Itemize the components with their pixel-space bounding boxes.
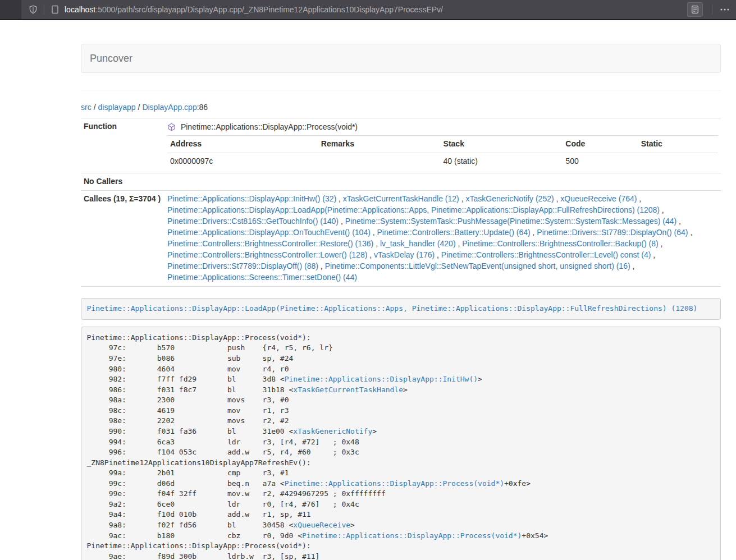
detail-header-row: Address Remarks Stack Code Static xyxy=(167,136,718,153)
callee-link[interactable]: Pinetime::Components::LittleVgl::SetNewT… xyxy=(325,261,630,270)
callee-separator: , xyxy=(531,228,537,237)
callee-separator: , xyxy=(688,228,693,237)
breadcrumb-line-number: :86 xyxy=(197,103,208,112)
col-remarks: Remarks xyxy=(318,136,441,153)
divider xyxy=(81,90,721,90)
reader-mode-button[interactable] xyxy=(687,2,703,17)
value-code: 500 xyxy=(563,153,638,169)
callee-link[interactable]: lv_task_handler (420) xyxy=(380,239,456,248)
callee-link[interactable]: Pinetime::Drivers::Cst816S::GetTouchInfo… xyxy=(167,217,339,226)
breadcrumb-separator: / xyxy=(138,103,140,112)
app-brand[interactable]: Puncover xyxy=(81,53,141,64)
loadapp-snippet: Pinetime::Applications::DisplayApp::Load… xyxy=(81,298,721,320)
toolbar-divider-2 xyxy=(712,4,712,15)
callee-separator: , xyxy=(339,217,345,226)
page-icon xyxy=(49,3,61,16)
callees-list: Pinetime::Applications::DisplayApp::Init… xyxy=(164,190,721,286)
callee-link[interactable]: Pinetime::Controllers::Battery::Update()… xyxy=(377,228,531,237)
callee-link[interactable]: Pinetime::System::SystemTask::PushMessag… xyxy=(345,217,677,226)
callee-link[interactable]: Pinetime::Controllers::BrightnessControl… xyxy=(462,239,658,248)
callees-label: Callees (19, Σ=3704 ) xyxy=(81,190,164,286)
callee-link[interactable]: Pinetime::Applications::DisplayApp::Init… xyxy=(167,194,336,203)
callee-separator: , xyxy=(456,239,463,248)
callee-separator: , xyxy=(630,261,635,270)
disasm-symbol-link[interactable]: Pinetime::Applications::DisplayApp::Proc… xyxy=(285,479,504,488)
callee-separator: , xyxy=(435,250,441,259)
detail-value-row: 0x0000097c 40 (static) 500 xyxy=(167,153,718,169)
function-name-line: Pinetime::Applications::DisplayApp::Proc… xyxy=(167,121,718,132)
callee-link[interactable]: Pinetime::Applications::Screens::Timer::… xyxy=(167,273,357,282)
callee-separator: , xyxy=(651,250,655,259)
callee-separator: , xyxy=(676,217,681,226)
col-stack: Stack xyxy=(441,136,563,153)
more-menu-icon[interactable] xyxy=(717,3,733,16)
value-static xyxy=(638,153,718,169)
callee-separator: , xyxy=(659,239,663,248)
function-cell: Pinetime::Applications::DisplayApp::Proc… xyxy=(164,118,721,173)
breadcrumb-link-file[interactable]: DisplayApp.cpp xyxy=(142,103,196,112)
callee-link[interactable]: Pinetime::Controllers::BrightnessControl… xyxy=(167,239,373,248)
no-callers-label: No Callers xyxy=(81,173,164,190)
disasm-symbol-link[interactable]: Pinetime::Applications::DisplayApp::Init… xyxy=(285,375,478,383)
no-callers-cell xyxy=(164,173,721,190)
callee-link[interactable]: xTaskGenericNotify (252) xyxy=(465,194,554,203)
function-detail-table: Address Remarks Stack Code Static 0x0000… xyxy=(167,135,718,170)
url-text[interactable]: localhost:5000/path/src/displayapp/Displ… xyxy=(65,5,687,14)
value-stack: 40 (static) xyxy=(441,153,563,169)
no-callers-row: No Callers xyxy=(81,173,721,190)
loadapp-link[interactable]: Pinetime::Applications::DisplayApp::Load… xyxy=(87,304,698,313)
disasm-symbol-link[interactable]: xTaskGenericNotify xyxy=(293,427,372,435)
callee-separator: , xyxy=(637,194,641,203)
page-container: Puncover src/displayapp/DisplayApp.cpp:8… xyxy=(81,44,721,560)
disasm-symbol-link[interactable]: Pinetime::Applications::DisplayApp::Proc… xyxy=(302,531,522,540)
breadcrumb-separator: / xyxy=(94,103,96,112)
cube-icon xyxy=(167,123,176,131)
url-host: localhost xyxy=(65,5,95,14)
callee-link[interactable]: xTaskGetCurrentTaskHandle (12) xyxy=(343,194,459,203)
callee-link[interactable]: Pinetime::Drivers::St7789::DisplayOff() … xyxy=(167,261,318,270)
callee-separator: , xyxy=(660,205,664,214)
callee-separator: , xyxy=(367,250,374,259)
callee-separator: , xyxy=(554,194,561,203)
callees-row: Callees (19, Σ=3704 ) Pinetime::Applicat… xyxy=(81,190,721,286)
toolbar-divider xyxy=(44,4,44,15)
callee-separator: , xyxy=(336,194,343,203)
callee-link[interactable]: Pinetime::Drivers::St7789::DisplayOn() (… xyxy=(537,228,688,237)
function-row-label: Function xyxy=(81,118,164,173)
col-static: Static xyxy=(638,136,718,153)
app-navbar: Puncover xyxy=(81,44,721,73)
shield-icon[interactable] xyxy=(27,3,39,16)
browser-toolbar: localhost:5000/path/src/displayapp/Displ… xyxy=(0,0,736,20)
address-bar[interactable]: localhost:5000/path/src/displayapp/Displ… xyxy=(21,0,736,19)
function-row: Function Pinetime::Applications::Display… xyxy=(81,118,721,173)
value-remarks xyxy=(318,153,441,169)
callee-separator: , xyxy=(371,228,377,237)
callee-link[interactable]: xQueueReceive (764) xyxy=(560,194,637,203)
callee-separator: , xyxy=(373,239,380,248)
breadcrumb-link-displayapp[interactable]: displayapp xyxy=(98,103,136,112)
breadcrumb-link-src[interactable]: src xyxy=(81,103,92,112)
callee-link[interactable]: Pinetime::Applications::DisplayApp::OnTo… xyxy=(167,228,371,237)
disasm-symbol-link[interactable]: xQueueReceive xyxy=(293,521,350,529)
callee-link[interactable]: Pinetime::Controllers::BrightnessControl… xyxy=(441,250,651,259)
value-address: 0x0000097c xyxy=(167,153,318,169)
callee-link[interactable]: Pinetime::Applications::DisplayApp::Load… xyxy=(167,205,660,214)
disassembly-listing: Pinetime::Applications::DisplayApp::Proc… xyxy=(81,327,721,560)
col-code: Code xyxy=(563,136,638,153)
callee-separator: , xyxy=(459,194,466,203)
breadcrumb: src/displayapp/DisplayApp.cpp:86 xyxy=(81,102,721,113)
col-address: Address xyxy=(167,136,318,153)
symbol-info-table: Function Pinetime::Applications::Display… xyxy=(81,118,721,287)
url-path: :5000/path/src/displayapp/DisplayApp.cpp… xyxy=(95,5,443,14)
disasm-symbol-link[interactable]: xTaskGetCurrentTaskHandle xyxy=(293,385,403,394)
callee-separator: , xyxy=(318,261,325,270)
function-name: Pinetime::Applications::DisplayApp::Proc… xyxy=(181,122,358,131)
callee-link[interactable]: Pinetime::Controllers::BrightnessControl… xyxy=(167,250,367,259)
callee-link[interactable]: vTaskDelay (176) xyxy=(374,250,435,259)
